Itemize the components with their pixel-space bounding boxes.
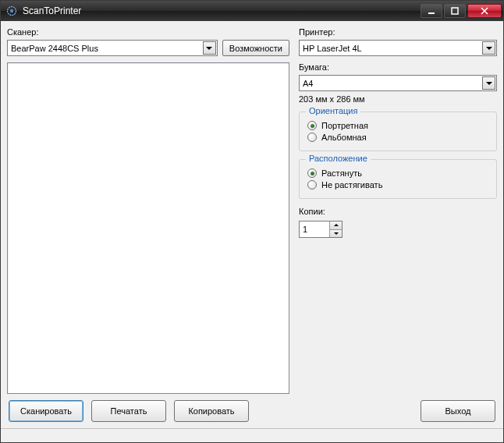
copies-label: Копии: [299,207,497,216]
orientation-portrait-row[interactable]: Портретная [307,121,488,130]
radio-icon [307,121,317,130]
left-column: Сканер: BearPaw 2448CS Plus Возможности [7,26,289,394]
preview-area [7,62,289,394]
paper-select[interactable]: A4 [299,75,497,91]
svg-point-1 [10,9,13,12]
paper-value: A4 [303,79,313,88]
orientation-landscape-label: Альбомная [321,133,367,142]
capabilities-button[interactable]: Возможности [222,40,289,56]
print-button[interactable]: Печатать [91,400,166,422]
app-icon [5,5,18,17]
orientation-portrait-label: Портретная [321,121,368,130]
spinner-buttons [329,222,342,237]
scanner-row: BearPaw 2448CS Plus Возможности [7,40,289,56]
orientation-legend: Ориентация [306,106,360,115]
printer-select[interactable]: HP LaserJet 4L [299,40,497,56]
scanner-label: Сканер: [7,27,289,37]
paper-label: Бумага: [299,62,497,72]
content-row: Сканер: BearPaw 2448CS Plus Возможности … [7,26,497,394]
radio-icon [307,180,317,190]
copy-button[interactable]: Копировать [174,400,249,422]
copies-value: 1 [300,222,329,237]
right-column: Принтер: HP LaserJet 4L Бумага: A4 203 м… [299,26,497,394]
paper-dimensions: 203 мм x 286 мм [299,94,497,104]
placement-nostretch-label: Не растягивать [321,180,382,190]
scanner-value: BearPaw 2448CS Plus [11,44,98,53]
status-bar [1,428,503,442]
window-title: ScanToPrinter [23,5,421,16]
placement-group: Расположение Растянуть Не растягивать [299,159,497,199]
exit-button[interactable]: Выход [421,400,495,422]
placement-nostretch-row[interactable]: Не растягивать [307,180,488,190]
chevron-down-icon [482,41,495,55]
minimize-button[interactable] [421,4,442,18]
close-button[interactable] [467,4,502,18]
orientation-group: Ориентация Портретная Альбомная [299,112,497,151]
printer-label: Принтер: [299,27,497,37]
spinner-down-icon[interactable] [330,230,342,238]
maximize-button[interactable] [444,4,466,18]
placement-stretch-label: Растянуть [321,168,362,178]
copies-row: 1 [299,221,497,238]
spinner-up-icon[interactable] [330,222,342,230]
radio-icon [307,168,317,178]
main-window: ScanToPrinter Сканер: BearPaw 2448CS Plu… [0,0,504,443]
radio-icon [307,133,317,142]
printer-value: HP LaserJet 4L [303,44,362,53]
scan-button[interactable]: Сканировать [9,400,83,422]
svg-rect-2 [428,12,435,14]
chevron-down-icon [482,76,495,90]
scanner-select[interactable]: BearPaw 2448CS Plus [7,40,218,56]
client-area: Сканер: BearPaw 2448CS Plus Возможности … [1,21,503,428]
orientation-landscape-row[interactable]: Альбомная [307,133,488,142]
chevron-down-icon [203,41,216,55]
window-controls [421,4,502,18]
titlebar: ScanToPrinter [1,1,503,21]
svg-rect-3 [452,8,458,14]
bottom-button-row: Сканировать Печатать Копировать Выход [7,394,497,424]
placement-legend: Расположение [306,154,371,163]
placement-stretch-row[interactable]: Растянуть [307,168,488,178]
copies-spinner[interactable]: 1 [299,221,343,238]
